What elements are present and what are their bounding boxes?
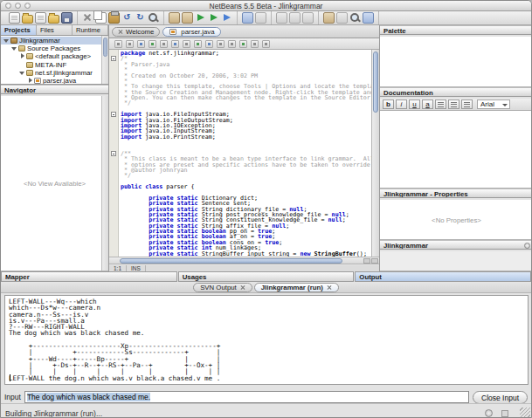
navigator-title: Navigator	[4, 86, 36, 94]
internationalize-icon[interactable]	[336, 12, 348, 24]
editor-tab-welcome[interactable]: Welcome	[112, 27, 160, 37]
find-icon[interactable]	[148, 12, 159, 24]
comment-icon[interactable]	[194, 40, 202, 48]
run-file-icon[interactable]	[208, 12, 219, 24]
cut-icon[interactable]	[82, 12, 93, 24]
align-right-button[interactable]	[461, 99, 473, 109]
create-group-icon[interactable]	[323, 12, 335, 24]
runtime-panel-header[interactable]: Jlinkgrammar	[380, 240, 532, 250]
build-project-icon[interactable]	[169, 12, 180, 24]
new-project-icon[interactable]	[22, 15, 33, 24]
font-combo[interactable]: Arial	[477, 99, 510, 109]
tree-node-net-sf-jlinkgrammar[interactable]: net.sf.jlinkgrammar	[1, 69, 108, 77]
run-project-icon[interactable]	[195, 12, 206, 24]
previous-bookmark-icon[interactable]	[251, 40, 259, 48]
panel-header-mapper[interactable]: Mapper	[1, 271, 177, 282]
settings-icon[interactable]	[524, 243, 530, 249]
close-input-button[interactable]: Close Input	[473, 391, 528, 404]
undo-icon[interactable]: ↺	[121, 12, 133, 24]
last-edit-location-icon[interactable]	[114, 40, 122, 48]
paste-icon[interactable]	[108, 12, 120, 24]
set-breakpoint-icon[interactable]	[276, 12, 287, 24]
forward-icon[interactable]	[137, 40, 145, 48]
tree-node-parser-java[interactable]: parser.java	[1, 77, 108, 85]
profile-project-icon[interactable]	[255, 12, 266, 24]
redo-icon[interactable]: ↻	[135, 12, 146, 24]
clean-build-icon[interactable]	[182, 12, 193, 24]
notification-icon[interactable]	[501, 410, 508, 417]
shift-line-right-icon[interactable]	[228, 40, 236, 48]
versioning-icon[interactable]	[363, 12, 374, 24]
output-console[interactable]: LEFT-WALL---Wq---which which---Ds*w---ca…	[4, 295, 529, 385]
step-over-icon[interactable]	[289, 12, 301, 24]
fold-toggle-icon[interactable]	[111, 151, 116, 156]
navigator-header[interactable]: Navigator	[1, 85, 108, 94]
format-u-button[interactable]: u	[409, 99, 420, 109]
palette-header[interactable]: Palette	[380, 25, 532, 35]
align-left-button[interactable]	[435, 99, 446, 109]
find-selection-icon[interactable]	[149, 40, 156, 48]
tree-node-source-packages[interactable]: Source Packages	[1, 45, 108, 52]
align-center-button[interactable]	[448, 99, 459, 109]
close-tab-icon[interactable]	[240, 284, 245, 290]
documentation-body[interactable]	[380, 111, 532, 188]
pkg-icon	[18, 45, 25, 51]
code-text[interactable]: package net.sf.jlinkgrammar;/* * Parser.…	[121, 51, 371, 257]
format-i-button[interactable]: i	[396, 99, 407, 109]
editor-vertical-scrollbar[interactable]	[371, 50, 379, 257]
tree-node-meta-inf[interactable]: META-INF	[1, 61, 108, 69]
output-tab-jlinkgrammar-run-[interactable]: Jlinkgrammar (run)	[254, 283, 339, 292]
resize-grip[interactable]	[520, 408, 530, 418]
panel-header-output[interactable]: Output	[355, 271, 531, 282]
open-project-icon[interactable]	[48, 15, 59, 24]
format-a-button[interactable]: a	[422, 99, 433, 109]
tree-node-label: parser.java	[43, 77, 76, 85]
tree-node-label: Source Packages	[27, 45, 80, 52]
toggle-highlight-search-icon[interactable]	[183, 40, 190, 48]
step-into-icon[interactable]	[302, 12, 314, 24]
documentation-header[interactable]: Documentation	[380, 87, 532, 97]
tree-expander-icon[interactable]	[3, 38, 10, 44]
tree-expander-icon[interactable]	[27, 78, 33, 84]
panel-header-usages[interactable]: Usages	[178, 271, 355, 282]
right-column: Palette Documentation biuaArial Jlinkgra…	[380, 25, 532, 271]
tree-expander-icon[interactable]	[11, 45, 17, 51]
tree-node-jlinkgrammar[interactable]: Jlinkgrammar	[1, 37, 108, 45]
open-file-icon[interactable]	[35, 12, 46, 24]
title-bar[interactable]: NetBeans 5.5 Beta - Jlinkgrammar	[1, 1, 531, 11]
uncomment-icon[interactable]	[205, 40, 213, 48]
output-tab-svn-output[interactable]: SVN Output	[193, 283, 252, 292]
debug-project-icon[interactable]	[221, 12, 232, 24]
tree-node--default-package-[interactable]: <default package>	[1, 52, 108, 60]
navigator-scrollbar[interactable]	[101, 96, 108, 271]
find-next-icon[interactable]	[160, 40, 168, 48]
tab-files[interactable]: Files	[37, 25, 73, 35]
new-file-icon[interactable]	[9, 12, 20, 24]
navigator-body: <No View Available>	[1, 96, 108, 271]
toggle-bookmark-icon[interactable]	[262, 40, 270, 48]
editor-horizontal-scrollbar[interactable]	[109, 257, 379, 264]
find-previous-icon[interactable]	[171, 40, 179, 48]
console-input-field[interactable]: The dog which was black chased me.	[24, 391, 469, 403]
fold-toggle-icon[interactable]	[111, 112, 116, 117]
search-project-icon[interactable]	[349, 12, 361, 24]
close-tab-icon[interactable]	[327, 284, 332, 290]
editor-tab-parser-java[interactable]: parser.java	[162, 27, 220, 37]
attach-debugger-icon[interactable]	[242, 12, 253, 24]
tab-runtime[interactable]: Runtime	[73, 25, 108, 35]
source-editor[interactable]: package net.sf.jlinkgrammar;/* * Parser.…	[109, 50, 379, 257]
tree-expander-icon[interactable]	[19, 70, 25, 76]
next-bookmark-icon[interactable]	[239, 40, 247, 48]
copy-icon[interactable]	[95, 12, 107, 24]
tab-projects[interactable]: Projects	[1, 25, 37, 35]
properties-header[interactable]: Jlinkgrammar - Properties	[380, 188, 532, 198]
save-all-icon[interactable]	[61, 12, 73, 24]
shift-line-left-icon[interactable]	[217, 40, 225, 48]
tree-expander-icon[interactable]	[19, 53, 25, 59]
projects-tree-scrollbar[interactable]	[101, 36, 108, 84]
close-tab-icon[interactable]	[118, 29, 123, 34]
back-icon[interactable]	[126, 40, 134, 48]
fold-toggle-icon[interactable]	[111, 56, 116, 61]
format-b-button[interactable]: b	[383, 99, 394, 109]
scrollbar-arrows[interactable]	[363, 258, 378, 264]
